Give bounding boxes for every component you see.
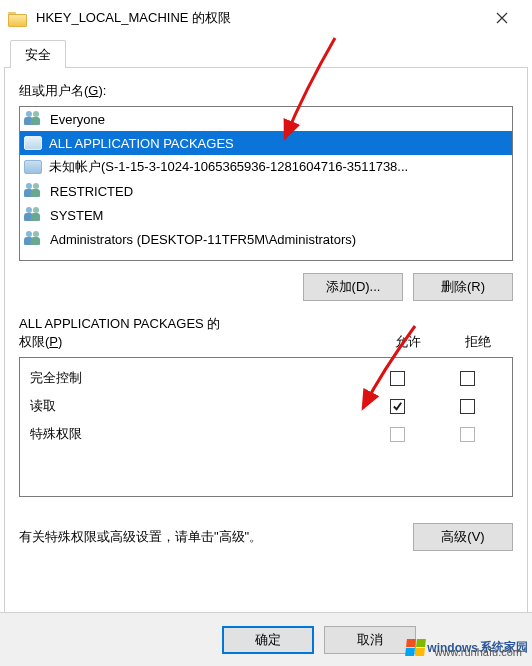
column-deny: 拒绝 xyxy=(443,333,513,351)
remove-button[interactable]: 删除(R) xyxy=(413,273,513,301)
permission-header: ALL APPLICATION PACKAGES 的 权限(P) 允许 拒绝 xyxy=(19,315,513,351)
principal-row[interactable]: SYSTEM xyxy=(20,203,512,227)
ok-button[interactable]: 确定 xyxy=(222,626,314,654)
tab-strip: 安全 xyxy=(4,42,528,68)
advanced-hint: 有关特殊权限或高级设置，请单击"高级"。 xyxy=(19,528,413,546)
deny-checkbox[interactable] xyxy=(460,371,475,386)
advanced-row: 有关特殊权限或高级设置，请单击"高级"。 高级(V) xyxy=(19,523,513,551)
principal-name: 未知帐户(S-1-15-3-1024-1065365936-1281604716… xyxy=(49,158,408,176)
package-icon xyxy=(24,136,42,150)
permission-name: 完全控制 xyxy=(30,369,362,387)
principal-buttons: 添加(D)... 删除(R) xyxy=(19,273,513,301)
deny-checkbox xyxy=(460,427,475,442)
permission-name: 读取 xyxy=(30,397,362,415)
permission-listbox: 完全控制读取特殊权限 xyxy=(19,357,513,497)
principal-row[interactable]: RESTRICTED xyxy=(20,179,512,203)
tab-security[interactable]: 安全 xyxy=(10,40,66,68)
permission-name: 特殊权限 xyxy=(30,425,362,443)
permission-row: 读取 xyxy=(20,392,512,420)
folder-icon xyxy=(8,11,26,26)
principal-row[interactable]: ALL APPLICATION PACKAGES xyxy=(20,131,512,155)
principal-name: Everyone xyxy=(50,112,105,127)
window-title: HKEY_LOCAL_MACHINE 的权限 xyxy=(36,9,480,27)
principal-row[interactable]: 未知帐户(S-1-15-3-1024-1065365936-1281604716… xyxy=(20,155,512,179)
permission-header-label: ALL APPLICATION PACKAGES 的 权限(P) xyxy=(19,315,373,351)
permission-row: 完全控制 xyxy=(20,364,512,392)
principal-listbox[interactable]: EveryoneALL APPLICATION PACKAGES未知帐户(S-1… xyxy=(19,106,513,261)
add-button[interactable]: 添加(D)... xyxy=(303,273,403,301)
title-bar: HKEY_LOCAL_MACHINE 的权限 xyxy=(0,0,532,36)
advanced-button[interactable]: 高级(V) xyxy=(413,523,513,551)
watermark: windows系统家园 www.runhafu.com xyxy=(406,639,528,656)
cancel-button[interactable]: 取消 xyxy=(324,626,416,654)
allow-checkbox[interactable] xyxy=(390,399,405,414)
deny-checkbox[interactable] xyxy=(460,399,475,414)
permission-row: 特殊权限 xyxy=(20,420,512,448)
allow-checkbox xyxy=(390,427,405,442)
allow-checkbox[interactable] xyxy=(390,371,405,386)
user-group-icon xyxy=(24,231,44,247)
user-group-icon xyxy=(24,183,44,199)
principal-row[interactable]: Administrators (DESKTOP-11TFR5M\Administ… xyxy=(20,227,512,251)
user-group-icon xyxy=(24,111,44,127)
principal-name: ALL APPLICATION PACKAGES xyxy=(49,136,234,151)
windows-logo-icon xyxy=(405,639,426,656)
principal-name: Administrators (DESKTOP-11TFR5M\Administ… xyxy=(50,232,356,247)
security-panel: 组或用户名(G): EveryoneALL APPLICATION PACKAG… xyxy=(4,68,528,616)
group-user-label: 组或用户名(G): xyxy=(19,82,513,100)
column-allow: 允许 xyxy=(373,333,443,351)
user-group-icon xyxy=(24,207,44,223)
principal-row[interactable]: Everyone xyxy=(20,107,512,131)
principal-name: SYSTEM xyxy=(50,208,103,223)
close-button[interactable] xyxy=(480,3,524,33)
principal-name: RESTRICTED xyxy=(50,184,133,199)
package-icon xyxy=(24,160,42,174)
